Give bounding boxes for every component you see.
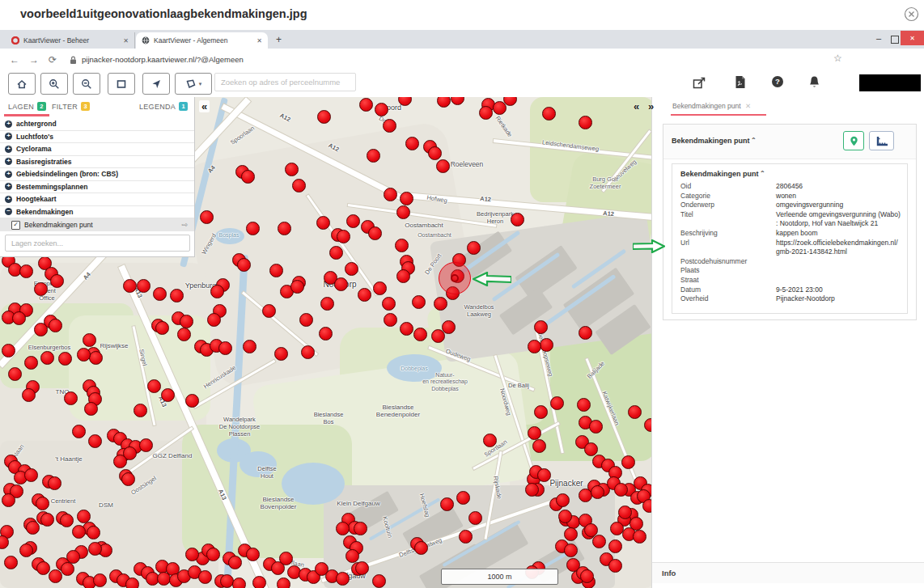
home-button[interactable] [8, 73, 36, 95]
selected-marker[interactable] [451, 274, 459, 282]
announcement-marker[interactable] [540, 338, 553, 352]
extent-button[interactable] [108, 73, 135, 95]
window-close-button[interactable]: ✕ [901, 31, 924, 45]
announcement-marker[interactable] [292, 179, 306, 192]
announcement-marker[interactable] [77, 510, 91, 523]
announcement-marker[interactable] [84, 402, 98, 416]
layer-item[interactable]: +Cyclorama [0, 143, 194, 156]
zoom-to-feature-button[interactable] [843, 131, 864, 150]
announcement-marker[interactable] [367, 149, 380, 163]
layer-item[interactable]: +Hoogtekaart [0, 193, 194, 206]
announcement-marker[interactable] [137, 279, 150, 293]
announcement-marker[interactable] [384, 188, 397, 201]
announcement-marker[interactable] [633, 530, 646, 544]
announcement-marker[interactable] [577, 398, 591, 412]
expand-layer-icon[interactable]: + [5, 183, 12, 190]
expand-layer-icon[interactable]: + [5, 196, 12, 203]
layer-checkbox[interactable]: ✓ [11, 221, 20, 230]
announcement-marker[interactable] [4, 556, 18, 569]
announcement-marker[interactable] [396, 205, 410, 219]
announcement-marker[interactable] [558, 510, 572, 523]
announcement-marker[interactable] [608, 559, 622, 573]
announcement-marker[interactable] [618, 506, 632, 519]
announcement-marker[interactable] [591, 485, 604, 499]
announcement-marker[interactable] [36, 497, 49, 510]
announcement-marker[interactable] [285, 163, 299, 176]
announcement-marker[interactable] [299, 313, 313, 327]
announcement-marker[interactable] [26, 521, 40, 535]
tab-filter[interactable]: FILTER 3 [52, 102, 90, 111]
announcement-marker[interactable] [396, 269, 410, 283]
announcement-marker[interactable] [269, 264, 283, 277]
announcement-marker[interactable] [359, 98, 373, 112]
announcement-marker[interactable] [579, 489, 592, 502]
announcement-marker[interactable] [382, 297, 396, 311]
announcement-marker[interactable] [372, 574, 386, 588]
collapse-caret-icon[interactable]: ⌃ [751, 137, 757, 144]
announcement-marker[interactable] [61, 562, 74, 576]
tab-lagen[interactable]: LAGEN 2 [8, 102, 46, 111]
announcement-marker[interactable] [534, 320, 548, 334]
announcement-marker[interactable] [395, 239, 409, 252]
announcement-marker[interactable] [442, 320, 456, 334]
announcement-marker[interactable] [207, 313, 221, 327]
announcement-marker[interactable] [279, 552, 293, 565]
announcement-marker[interactable] [139, 438, 153, 452]
select-area-button[interactable]: ▾ [175, 73, 212, 95]
tab-close-icon[interactable]: ✕ [256, 37, 262, 44]
announcement-marker[interactable] [87, 526, 100, 539]
announcement-marker[interactable] [336, 522, 350, 535]
url-text[interactable]: pijnacker-nootdorp.kaartviewer.nl/?@Alge… [82, 55, 244, 64]
announcement-marker[interactable] [384, 313, 397, 327]
announcement-marker[interactable] [218, 341, 232, 355]
announcement-marker[interactable] [610, 522, 624, 535]
announcement-marker[interactable] [337, 230, 350, 243]
announcement-marker[interactable] [155, 321, 169, 335]
announcement-marker[interactable] [72, 525, 86, 539]
collapse-layer-icon[interactable]: − [5, 208, 12, 215]
announcement-marker[interactable] [241, 170, 255, 184]
announcement-marker[interactable] [468, 511, 482, 525]
announcement-marker[interactable] [621, 455, 635, 469]
announcement-marker[interactable] [134, 404, 147, 417]
notifications-bell-icon[interactable] [808, 75, 820, 89]
announcement-marker[interactable] [246, 222, 260, 235]
search-input[interactable] [214, 73, 356, 91]
announcement-marker[interactable] [368, 226, 382, 240]
announcement-marker[interactable] [537, 468, 551, 482]
announcement-marker[interactable] [125, 577, 139, 588]
announcement-marker[interactable] [579, 326, 592, 340]
announcement-marker[interactable] [434, 297, 447, 311]
announcement-marker[interactable] [88, 542, 102, 556]
expand-layer-icon[interactable]: + [5, 171, 12, 178]
announcement-marker[interactable] [8, 367, 22, 381]
reload-icon[interactable]: ⟳ [49, 54, 57, 66]
announcement-marker[interactable] [564, 527, 578, 541]
announcement-marker[interactable] [358, 288, 371, 302]
announcement-marker[interactable] [414, 541, 428, 555]
zoom-in-button[interactable] [40, 73, 68, 95]
expand-layer-icon[interactable]: + [5, 158, 12, 165]
announcement-marker[interactable] [375, 103, 388, 116]
feature-tab[interactable]: Bekendmakingen punt ✕ [672, 102, 751, 110]
layer-item[interactable]: +achtergrond [0, 118, 194, 131]
announcement-marker[interactable] [24, 468, 38, 482]
collapse-left-panel-button[interactable]: « [199, 100, 210, 112]
layer-item[interactable]: −Bekendmakingen [0, 206, 194, 219]
locate-button[interactable] [142, 73, 170, 95]
announcement-marker[interactable] [185, 394, 199, 408]
announcement-marker[interactable] [550, 396, 564, 410]
announcement-marker[interactable] [354, 522, 367, 535]
announcement-marker[interactable] [2, 344, 15, 357]
panel-next-button[interactable]: » [648, 100, 654, 112]
announcement-marker[interactable] [336, 572, 350, 586]
share-edit-icon[interactable] [693, 76, 706, 90]
announcement-marker[interactable] [534, 405, 548, 419]
announcement-marker[interactable] [121, 472, 135, 486]
announcement-marker[interactable] [456, 491, 470, 505]
feature-card-header[interactable]: Bekendmakingen punt ⌃ [663, 125, 916, 159]
announcement-marker[interactable] [88, 434, 102, 448]
zoom-out-button[interactable] [73, 73, 100, 95]
announcement-marker[interactable] [413, 328, 427, 341]
announcement-marker[interactable] [479, 106, 493, 120]
